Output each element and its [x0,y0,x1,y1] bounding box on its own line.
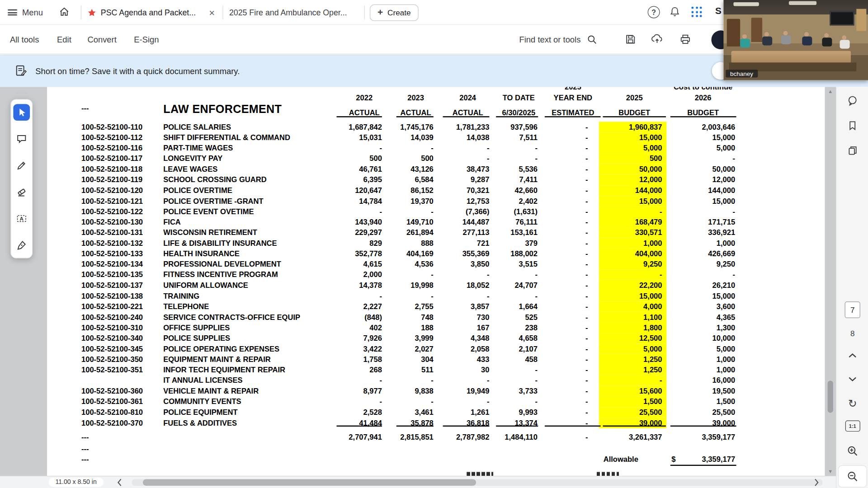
scene-shape [783,31,788,36]
amount: 10,000 [666,333,736,343]
horizontal-scrollbar[interactable] [132,479,822,486]
account-name: PART-TIME WAGES [163,143,321,153]
comments-panel-button[interactable] [836,95,868,106]
scroll-down-arrow[interactable]: ▼ [826,469,834,474]
account-code: 100-52-52100-132 [81,238,163,249]
amount: 149,710 [382,217,434,227]
scene-shape [830,11,854,25]
account-name: COMMUNITY EVENTS [163,396,321,407]
refresh-view-button[interactable]: ↻ [836,399,868,409]
nav-convert[interactable]: Convert [87,25,116,54]
amount: - [538,291,599,301]
scroll-up-arrow[interactable]: ▲ [826,89,834,94]
help-icon[interactable]: ? [648,6,660,18]
actual-size-button[interactable]: 1:1 [836,421,868,432]
amount: 3,850 [434,259,490,269]
add-text-tool[interactable]: A [13,210,30,227]
account-name: SHIFT DIFFERENTIAL & COMMAND [163,132,321,143]
bookmarks-panel-button[interactable] [836,120,868,131]
account-code: 100-52-52100-117 [81,154,163,164]
notifications-button[interactable] [669,6,680,19]
account-code: 100-52-52100-345 [81,343,163,354]
amount: 171,715 [666,217,736,227]
column-header: 2026 [666,92,736,103]
save-button[interactable] [624,33,637,47]
amount: 22,200 [599,280,666,291]
amount: - [382,396,434,407]
tab-divider [81,5,81,19]
current-page-input[interactable]: 7 [845,301,860,318]
amount: 1,000 [666,365,736,375]
participant-name: bchaney [726,70,758,77]
zoom-in-button[interactable] [836,445,868,457]
amount: - [321,396,382,407]
print-button[interactable] [679,33,691,47]
account-code: 100-52-52100-121 [81,196,163,206]
tab-fire-ambulance[interactable]: 2025 Fire and Ambulance Oper... [224,0,363,25]
home-button[interactable] [59,6,70,19]
account-code: 100-52-52100-361 [81,396,163,407]
scroll-right-arrow[interactable] [814,478,819,488]
home-icon [59,6,70,17]
tab-psc-agenda[interactable]: PSC Agenda and Packet... × [82,0,222,25]
amount: 7,411 [489,174,538,185]
rule-line [496,426,538,427]
horizontal-scrollbar-thumb[interactable] [143,479,476,486]
amount: 12,000 [666,174,736,185]
account-name: SERVICE CONTRACTS-OFFICE EQUIP [163,312,321,322]
account-code: 100-52-52100-240 [81,312,163,322]
amount: 500 [599,154,666,164]
amount: (848) [321,312,382,322]
signature-tool[interactable] [13,237,30,253]
amount: 19,500 [666,386,736,396]
scrollbar-thumb[interactable] [828,380,833,413]
nav-esign[interactable]: E-Sign [134,25,159,54]
create-button[interactable]: + Create [370,5,419,21]
scene-shape [781,35,791,44]
amount: - [599,206,666,216]
total-amount: - [538,432,599,442]
menu-button[interactable]: Menu [8,5,43,20]
account-name: FICA [163,217,321,227]
column-header: Cost to continue [666,87,736,92]
cloud-upload-button[interactable] [651,32,664,47]
actual-size-icon: 1:1 [845,421,860,432]
meeting-video[interactable]: bchaney [723,0,868,80]
amount: 748 [382,312,434,322]
nav-edit[interactable]: Edit [57,25,71,54]
rule-line [545,116,601,117]
tab-close-icon[interactable]: × [208,8,216,18]
nav-all-tools[interactable]: All tools [10,25,39,54]
account-code: 100-52-52100-360 [81,386,163,396]
total-amount: 2,815,851 [382,432,434,442]
amount: 14,039 [382,132,434,143]
previous-page-button[interactable] [836,353,868,358]
amount: 1,758 [321,354,382,365]
zoom-out-button[interactable] [836,470,868,483]
column-header: 2025 [599,92,666,103]
scroll-left-arrow[interactable] [117,478,122,488]
palette-drag-handle[interactable] [15,92,28,94]
amount: 5,000 [666,143,736,153]
pages-panel-button[interactable] [836,145,868,156]
amount: 4,658 [489,333,538,343]
amount: 2,027 [382,343,434,354]
comment-tool[interactable] [13,131,30,147]
amount: 2,107 [489,343,538,354]
draw-tool[interactable] [13,157,30,174]
next-page-button[interactable] [836,376,868,382]
profile-initial[interactable]: S [715,5,722,16]
vertical-scrollbar[interactable]: ▲ ▼ [826,87,834,476]
search-icon [587,34,597,45]
erase-tool[interactable] [13,184,30,201]
amount: 19,370 [382,196,434,206]
amount: 144,000 [599,185,666,196]
amount: 70,321 [434,185,490,196]
section-marker: --- [81,432,163,442]
select-tool[interactable] [13,104,30,121]
amount: - [538,312,599,322]
find-control[interactable]: Find text or tools [519,25,598,54]
apps-grid-icon[interactable] [691,7,702,17]
scene-shape [733,2,759,6]
amount: 426,669 [666,249,736,259]
